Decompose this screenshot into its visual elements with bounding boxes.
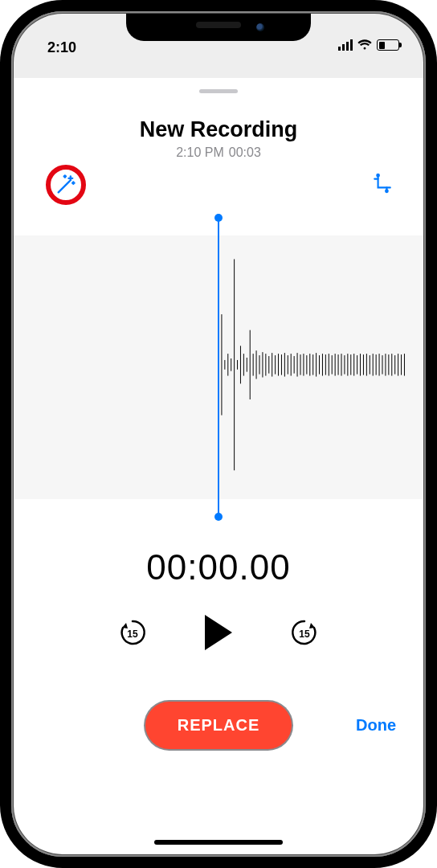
wifi-icon — [357, 39, 372, 51]
recording-duration: 00:03 — [229, 145, 261, 159]
recording-header: New Recording 2:10 PM00:03 — [14, 93, 423, 165]
svg-line-0 — [59, 181, 70, 192]
battery-icon — [377, 39, 399, 51]
recording-time: 2:10 PM — [176, 145, 224, 159]
svg-point-8 — [386, 190, 388, 192]
waveform-area[interactable] — [14, 215, 423, 520]
recording-subline: 2:10 PM00:03 — [30, 145, 407, 160]
transport-controls: 15 15 — [14, 615, 423, 650]
svg-point-7 — [377, 174, 379, 177]
enhance-button[interactable] — [52, 171, 80, 199]
cellular-icon — [338, 39, 353, 51]
waveform-icon — [218, 235, 423, 494]
done-button[interactable]: Done — [356, 716, 396, 735]
recording-title[interactable]: New Recording — [30, 117, 407, 142]
play-button[interactable] — [205, 615, 232, 650]
trim-button[interactable] — [370, 171, 394, 195]
skip-forward-button[interactable]: 15 — [288, 616, 321, 649]
skip-back-button[interactable]: 15 — [116, 616, 149, 649]
timecode: 00:00.00 — [14, 547, 423, 588]
trim-icon — [372, 173, 393, 194]
skip-back-label: 15 — [116, 619, 149, 649]
skip-forward-label: 15 — [288, 619, 321, 649]
status-icons — [338, 39, 399, 51]
playhead[interactable] — [218, 218, 219, 517]
replace-button[interactable]: REPLACE — [145, 702, 292, 749]
home-indicator[interactable] — [154, 840, 283, 845]
magic-wand-icon — [55, 174, 77, 196]
status-time: 2:10 — [47, 39, 76, 56]
